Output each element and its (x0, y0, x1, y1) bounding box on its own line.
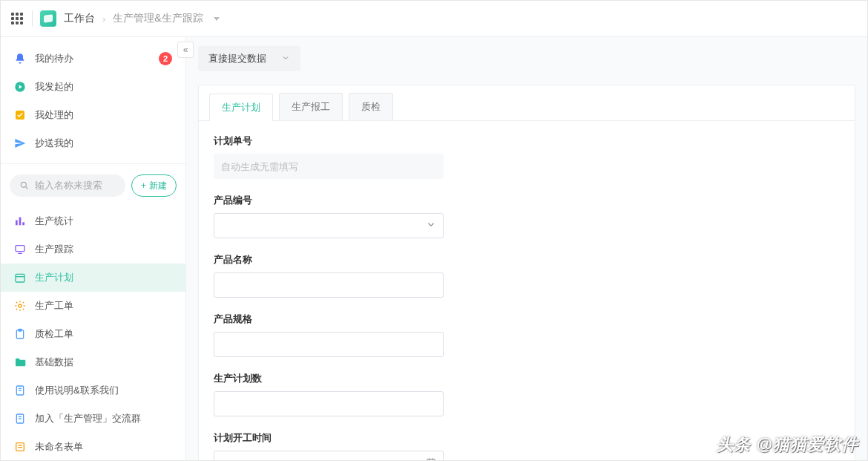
apps-grid-icon[interactable] (10, 11, 24, 26)
doc-icon (14, 413, 26, 425)
tab-label: 生产计划 (222, 102, 260, 113)
field-label: 产品编号 (214, 194, 444, 207)
svg-rect-7 (16, 246, 24, 252)
sidebar-nav: 生产统计 生产跟踪 生产计划 生产工单 质检工单 (1, 207, 185, 461)
monitor-icon (14, 243, 26, 255)
breadcrumb-workspace[interactable]: 工作台 (64, 12, 95, 25)
nav-item-label: 生产工单 (35, 299, 73, 313)
chevron-down-icon (426, 220, 436, 232)
nav-item-help[interactable]: 使用说明&联系我们 (1, 376, 185, 405)
search-input[interactable]: 输入名称来搜索 (10, 174, 125, 197)
main-content: 直接提交数据 生产计划 生产报工 质检 计划单号 产品编号 (186, 37, 867, 460)
collapse-sidebar-button[interactable]: « (177, 42, 194, 58)
nav-item-stats[interactable]: 生产统计 (1, 207, 185, 235)
form-body: 计划单号 产品编号 产品名称 产 (199, 121, 855, 461)
tab-plan[interactable]: 生产计划 (209, 94, 273, 121)
play-icon (14, 81, 26, 93)
search-placeholder: 输入名称来搜索 (35, 179, 102, 192)
nav-item-plan[interactable]: 生产计划 (1, 264, 185, 292)
bell-icon (14, 53, 26, 65)
nav-item-track[interactable]: 生产跟踪 (1, 235, 185, 264)
search-icon (19, 180, 30, 192)
nav-item-order[interactable]: 生产工单 (1, 292, 185, 320)
field-label: 产品名称 (214, 253, 444, 267)
tab-qc[interactable]: 质检 (349, 93, 393, 120)
calendar-icon (426, 457, 436, 462)
calendar-plan-icon (14, 272, 26, 284)
field-plan-no: 计划单号 (214, 134, 444, 179)
doc-icon (14, 385, 26, 396)
field-label: 生产计划数 (214, 372, 444, 385)
send-icon (14, 137, 26, 149)
nav-item-label: 加入「生产管理」交流群 (35, 412, 141, 425)
nav-item-label: 质检工单 (35, 327, 73, 341)
form-icon (14, 441, 26, 453)
sidebar-item-cc[interactable]: 抄送我的 (1, 129, 185, 157)
app-logo-icon[interactable] (40, 10, 56, 27)
sidebar-item-label: 我处理的 (35, 108, 73, 122)
gear-icon (14, 300, 26, 312)
sidebar: 我的待办 2 我发起的 我处理的 抄送我的 (1, 37, 186, 460)
start-time-input[interactable] (214, 451, 444, 461)
field-plan-qty: 生产计划数 (214, 372, 444, 416)
product-no-select[interactable] (214, 213, 444, 238)
nav-item-label: 生产计划 (35, 271, 73, 284)
bars-icon (14, 215, 26, 227)
sidebar-top-group: 我的待办 2 我发起的 我处理的 抄送我的 (1, 37, 185, 164)
tab-label: 质检 (361, 101, 381, 112)
field-product-name: 产品名称 (214, 253, 444, 298)
sidebar-search-row: 输入名称来搜索 + 新建 (1, 164, 185, 207)
svg-rect-9 (16, 274, 24, 282)
field-label: 计划单号 (214, 134, 444, 148)
folder-icon (14, 356, 26, 368)
nav-item-unnamed[interactable]: 未命名表单 (1, 433, 185, 461)
svg-point-11 (19, 304, 22, 307)
plan-qty-input[interactable] (214, 391, 444, 416)
sidebar-item-label: 抄送我的 (35, 137, 73, 150)
nav-item-label: 生产跟踪 (35, 243, 73, 256)
svg-point-2 (21, 182, 26, 187)
sidebar-item-label: 我的待办 (35, 52, 73, 65)
nav-item-label: 生产统计 (35, 215, 73, 228)
badge-count: 2 (159, 52, 172, 65)
nav-item-label: 使用说明&联系我们 (35, 384, 119, 397)
product-spec-input[interactable] (214, 332, 444, 357)
svg-rect-4 (16, 220, 18, 226)
svg-line-3 (26, 187, 28, 189)
tab-label: 生产报工 (292, 101, 330, 112)
nav-item-qc[interactable]: 质检工单 (1, 320, 185, 348)
sidebar-item-initiated[interactable]: 我发起的 (1, 73, 185, 101)
nav-item-label: 未命名表单 (35, 440, 83, 454)
field-start-time: 计划开工时间 (214, 431, 444, 461)
field-product-no: 产品编号 (214, 194, 444, 238)
field-product-spec: 产品规格 (214, 313, 444, 357)
product-name-input[interactable] (214, 272, 444, 298)
top-bar: 工作台 › 生产管理&生产跟踪 (1, 1, 867, 37)
sidebar-item-handled[interactable]: 我处理的 (1, 101, 185, 129)
nav-item-basedata[interactable]: 基础数据 (1, 348, 185, 376)
sidebar-item-todo[interactable]: 我的待办 2 (1, 45, 185, 73)
nav-item-group[interactable]: 加入「生产管理」交流群 (1, 405, 185, 433)
new-button[interactable]: + 新建 (131, 174, 177, 197)
check-box-icon (14, 109, 26, 121)
new-button-label: 新建 (149, 180, 167, 192)
clipboard-icon (14, 328, 26, 340)
submit-mode-label: 直接提交数据 (208, 52, 266, 65)
tab-report[interactable]: 生产报工 (279, 93, 343, 120)
svg-rect-6 (22, 222, 24, 225)
field-label: 计划开工时间 (214, 431, 444, 445)
form-card: 生产计划 生产报工 质检 计划单号 产品编号 (198, 85, 855, 461)
chevron-down-icon (281, 53, 290, 65)
plan-no-input (214, 154, 444, 179)
tabs: 生产计划 生产报工 质检 (199, 85, 855, 121)
field-label: 产品规格 (214, 313, 444, 326)
chevron-right-icon: › (102, 13, 105, 24)
breadcrumb-current[interactable]: 生产管理&生产跟踪 (113, 12, 203, 25)
plus-icon: + (141, 180, 146, 191)
submit-mode-select[interactable]: 直接提交数据 (198, 46, 300, 71)
sidebar-item-label: 我发起的 (35, 80, 73, 94)
nav-item-label: 基础数据 (35, 356, 73, 369)
divider (32, 10, 33, 27)
svg-rect-5 (19, 218, 22, 226)
caret-down-icon[interactable] (214, 17, 220, 21)
